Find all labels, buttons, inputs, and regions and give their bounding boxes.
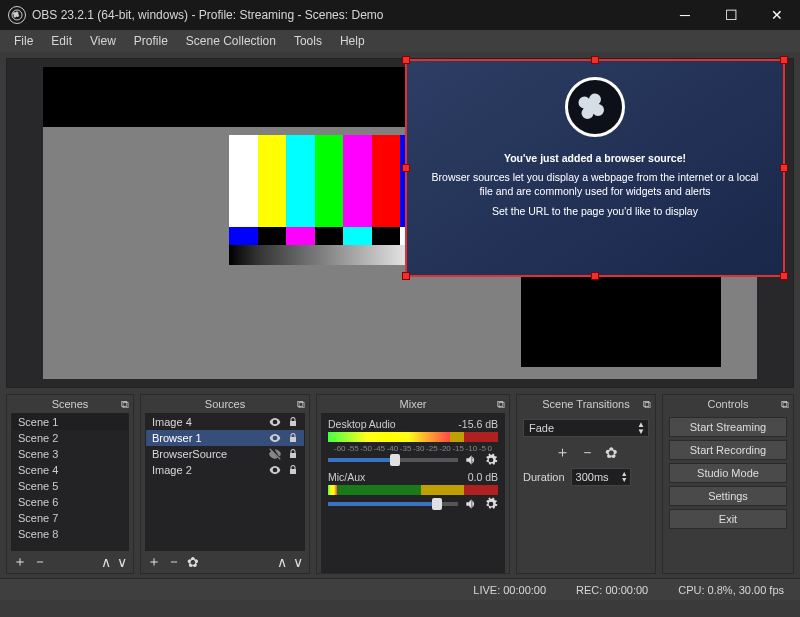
transition-select[interactable]: Fade▲▼: [523, 419, 649, 437]
source-add-icon[interactable]: ＋: [147, 553, 161, 571]
browser-tip-line2: Set the URL to the page you'd like to di…: [427, 204, 763, 218]
mixer-dock: Mixer⧉ Desktop Audio-15.6 dB-60-55-50-45…: [316, 394, 510, 574]
channel-name: Mic/Aux: [328, 471, 365, 483]
lock-icon[interactable]: [286, 431, 300, 445]
source-item[interactable]: Browser 1: [146, 430, 304, 446]
scene-up-icon[interactable]: ∧: [101, 554, 111, 570]
visibility-icon[interactable]: [268, 447, 282, 461]
speaker-icon[interactable]: [464, 453, 478, 467]
control-button-settings[interactable]: Settings: [669, 486, 787, 506]
status-rec: REC: 00:00:00: [576, 584, 648, 596]
transition-remove-icon[interactable]: －: [580, 443, 595, 462]
scene-item[interactable]: Scene 8: [12, 526, 128, 542]
mixer-body: Desktop Audio-15.6 dB-60-55-50-45-40-35-…: [321, 413, 505, 573]
menu-scene-collection[interactable]: Scene Collection: [178, 32, 284, 50]
lock-icon[interactable]: [286, 447, 300, 461]
scene-item[interactable]: Scene 1: [12, 414, 128, 430]
mixer-popout-icon[interactable]: ⧉: [497, 398, 505, 411]
scene-item[interactable]: Scene 5: [12, 478, 128, 494]
close-button[interactable]: ✕: [754, 0, 800, 30]
source-item[interactable]: BrowserSource: [146, 446, 304, 462]
source-remove-icon[interactable]: －: [167, 553, 181, 571]
source-item[interactable]: Image 2: [146, 462, 304, 478]
status-bar: LIVE: 00:00:00 REC: 00:00:00 CPU: 0.8%, …: [0, 578, 800, 600]
status-live: LIVE: 00:00:00: [473, 584, 546, 596]
browser-source-overlay[interactable]: You've just added a browser source! Brow…: [405, 59, 785, 277]
source-settings-icon[interactable]: ✿: [187, 554, 199, 570]
duration-input[interactable]: 300ms▲▼: [571, 468, 631, 486]
scenes-list[interactable]: Scene 1Scene 2Scene 3Scene 4Scene 5Scene…: [11, 413, 129, 551]
speaker-icon[interactable]: [464, 497, 478, 511]
source-down-icon[interactable]: ∨: [293, 554, 303, 570]
visibility-icon[interactable]: [268, 415, 282, 429]
channel-db: -15.6 dB: [458, 418, 498, 430]
menu-help[interactable]: Help: [332, 32, 373, 50]
transition-add-icon[interactable]: ＋: [555, 443, 570, 462]
sources-popout-icon[interactable]: ⧉: [297, 398, 305, 411]
scenes-title: Scenes: [52, 398, 89, 410]
gear-icon[interactable]: [484, 497, 498, 511]
visibility-icon[interactable]: [268, 463, 282, 477]
scene-item[interactable]: Scene 3: [12, 446, 128, 462]
browser-tip-heading: You've just added a browser source!: [427, 151, 763, 165]
volume-slider[interactable]: [328, 458, 458, 462]
scene-remove-icon[interactable]: －: [33, 553, 47, 571]
control-button-start-streaming[interactable]: Start Streaming: [669, 417, 787, 437]
preview-area[interactable]: You've just added a browser source! Brow…: [6, 58, 794, 388]
menu-bar: File Edit View Profile Scene Collection …: [0, 30, 800, 52]
menu-edit[interactable]: Edit: [43, 32, 80, 50]
sources-list[interactable]: Image 4Browser 1BrowserSourceImage 2: [145, 413, 305, 551]
scenes-dock: Scenes⧉ Scene 1Scene 2Scene 3Scene 4Scen…: [6, 394, 134, 574]
lock-icon[interactable]: [286, 463, 300, 477]
gear-icon[interactable]: [484, 453, 498, 467]
scenes-popout-icon[interactable]: ⧉: [121, 398, 129, 411]
title-bar: OBS 23.2.1 (64-bit, windows) - Profile: …: [0, 0, 800, 30]
scene-item[interactable]: Scene 4: [12, 462, 128, 478]
transition-settings-icon[interactable]: ✿: [605, 444, 618, 462]
menu-tools[interactable]: Tools: [286, 32, 330, 50]
mixer-channel: Mic/Aux0.0 dB: [328, 471, 498, 511]
controls-title: Controls: [708, 398, 749, 410]
control-button-exit[interactable]: Exit: [669, 509, 787, 529]
source-up-icon[interactable]: ∧: [277, 554, 287, 570]
maximize-button[interactable]: ☐: [708, 0, 754, 30]
transitions-popout-icon[interactable]: ⧉: [643, 398, 651, 411]
image-colorbars: [229, 135, 429, 265]
control-button-studio-mode[interactable]: Studio Mode: [669, 463, 787, 483]
scene-item[interactable]: Scene 6: [12, 494, 128, 510]
controls-dock: Controls⧉ Start StreamingStart Recording…: [662, 394, 794, 574]
obs-app-icon: [8, 6, 26, 24]
scene-add-icon[interactable]: ＋: [13, 553, 27, 571]
sources-dock: Sources⧉ Image 4Browser 1BrowserSourceIm…: [140, 394, 310, 574]
volume-meter: [328, 485, 498, 495]
browser-tip-line1: Browser sources let you display a webpag…: [427, 170, 763, 198]
scene-item[interactable]: Scene 7: [12, 510, 128, 526]
source-item[interactable]: Image 4: [146, 414, 304, 430]
volume-meter: [328, 432, 498, 442]
volume-slider[interactable]: [328, 502, 458, 506]
visibility-icon[interactable]: [268, 431, 282, 445]
window-title: OBS 23.2.1 (64-bit, windows) - Profile: …: [32, 8, 662, 22]
menu-view[interactable]: View: [82, 32, 124, 50]
obs-logo-icon: [565, 77, 625, 137]
channel-db: 0.0 dB: [468, 471, 498, 483]
menu-file[interactable]: File: [6, 32, 41, 50]
scene-down-icon[interactable]: ∨: [117, 554, 127, 570]
controls-popout-icon[interactable]: ⧉: [781, 398, 789, 411]
mixer-title: Mixer: [400, 398, 427, 410]
transitions-title: Scene Transitions: [542, 398, 629, 410]
minimize-button[interactable]: ─: [662, 0, 708, 30]
control-button-start-recording[interactable]: Start Recording: [669, 440, 787, 460]
lock-icon[interactable]: [286, 415, 300, 429]
sources-title: Sources: [205, 398, 245, 410]
transitions-dock: Scene Transitions⧉ Fade▲▼ ＋ － ✿ Duration…: [516, 394, 656, 574]
duration-label: Duration: [523, 471, 565, 483]
scene-item[interactable]: Scene 2: [12, 430, 128, 446]
status-cpu: CPU: 0.8%, 30.00 fps: [678, 584, 784, 596]
menu-profile[interactable]: Profile: [126, 32, 176, 50]
mixer-channel: Desktop Audio-15.6 dB-60-55-50-45-40-35-…: [328, 418, 498, 467]
channel-name: Desktop Audio: [328, 418, 396, 430]
